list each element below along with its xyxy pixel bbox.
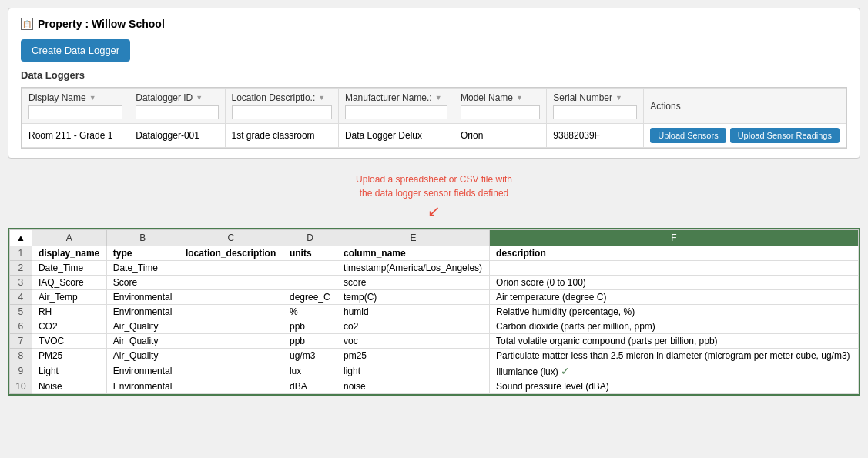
cell-4-c — [179, 290, 283, 305]
spreadsheet-row-4: 4 Air_Temp Environmental degree_C temp(C… — [10, 290, 859, 305]
cell-4-e: temp(C) — [337, 290, 490, 305]
col-label-f: F — [490, 230, 859, 246]
cell-6-a: CO2 — [32, 319, 106, 334]
cell-9-f: Illumiance (lux) ✓ — [490, 363, 859, 379]
cell-1-e: column_name — [337, 246, 490, 261]
row-num-4: 4 — [10, 290, 32, 305]
filter-datalogger-id[interactable] — [136, 105, 218, 119]
row-num-6: 6 — [10, 319, 32, 334]
row-num-3: 3 — [10, 276, 32, 290]
cell-1-d: units — [283, 246, 337, 261]
cell-10-c — [179, 379, 283, 394]
cell-2-e: timestamp(America/Los_Angeles) — [337, 261, 490, 276]
upload-sensors-button[interactable]: Upload Sensors — [650, 128, 726, 143]
cell-5-d: % — [283, 305, 337, 319]
row-num-5: 5 — [10, 305, 32, 319]
filter-model-name[interactable] — [461, 105, 540, 119]
cell-9-d: lux — [283, 363, 337, 379]
filter-manufacturer[interactable] — [345, 105, 447, 119]
cell-7-a: TVOC — [32, 334, 106, 349]
cell-7-f: Total volatile organic compound (parts p… — [490, 334, 859, 349]
sort-icon-model-name: ▼ — [516, 94, 523, 102]
col-label-b: B — [106, 230, 179, 246]
spreadsheet-row-8: 8 PM25 Air_Quality ug/m3 pm25 Particulat… — [10, 349, 859, 363]
cell-7-b: Air_Quality — [106, 334, 179, 349]
cell-8-a: PM25 — [32, 349, 106, 363]
spreadsheet-row-10: 10 Noise Environmental dBA noise Sound p… — [10, 379, 859, 394]
cell-1-f: description — [490, 246, 859, 261]
data-loggers-table: Display Name ▼ Datalogger ID ▼ — [22, 88, 846, 148]
annotation-text: Upload a spreadsheet or CSV file with th… — [8, 172, 860, 200]
cell-4-f: Air temperature (degree C) — [490, 290, 859, 305]
cell-6-c — [179, 319, 283, 334]
cell-3-b: Score — [106, 276, 179, 290]
cell-10-a: Noise — [32, 379, 106, 394]
filter-location[interactable] — [232, 105, 332, 119]
create-data-logger-button[interactable]: Create Data Logger — [21, 39, 130, 62]
cell-7-d: ppb — [283, 334, 337, 349]
cell-1-b: type — [106, 246, 179, 261]
cell-actions: Upload Sensors Upload Sensor Readings — [644, 124, 846, 148]
row-num-8: 8 — [10, 349, 32, 363]
col-label-a: A — [32, 230, 106, 246]
spreadsheet-row-6: 6 CO2 Air_Quality ppb co2 Carbon dioxide… — [10, 319, 859, 334]
cell-location: 1st grade classroom — [225, 124, 338, 148]
row-num-10: 10 — [10, 379, 32, 394]
spreadsheet-row-3: 3 IAQ_Score Score score Orion score (0 t… — [10, 276, 859, 290]
cell-7-e: voc — [337, 334, 490, 349]
col-model-name: Model Name ▼ — [454, 89, 547, 124]
data-table-wrapper: Display Name ▼ Datalogger ID ▼ — [21, 87, 847, 149]
cell-4-a: Air_Temp — [32, 290, 106, 305]
cell-1-c: location_description — [179, 246, 283, 261]
col-serial-number: Serial Number ▼ — [547, 89, 644, 124]
property-title-text: Property : Willow School — [38, 18, 165, 30]
cell-6-d: ppb — [283, 319, 337, 334]
upload-sensor-readings-button[interactable]: Upload Sensor Readings — [730, 128, 840, 143]
cell-6-f: Carbon dioxide (parts per million, ppm) — [490, 319, 859, 334]
cell-10-e: noise — [337, 379, 490, 394]
cell-9-c — [179, 363, 283, 379]
cell-10-b: Environmental — [106, 379, 179, 394]
cell-serial-number: 93882039F — [547, 124, 644, 148]
table-header-row: Display Name ▼ Datalogger ID ▼ — [22, 89, 846, 124]
cell-3-a: IAQ_Score — [32, 276, 106, 290]
col-label-d: D — [283, 230, 337, 246]
col-datalogger-id: Datalogger ID ▼ — [129, 89, 225, 124]
cell-3-e: score — [337, 276, 490, 290]
main-panel: 📋 Property : Willow School Create Data L… — [8, 8, 860, 159]
col-actions: Actions — [644, 89, 846, 124]
cell-9-b: Environmental — [106, 363, 179, 379]
annotation-area: Upload a spreadsheet or CSV file with th… — [8, 166, 860, 223]
sort-icon-location: ▼ — [318, 94, 325, 102]
cell-5-e: humid — [337, 305, 490, 319]
cell-7-c — [179, 334, 283, 349]
col-label-c: C — [179, 230, 283, 246]
col-label-e: E — [337, 230, 490, 246]
cell-3-c — [179, 276, 283, 290]
spreadsheet-row-7: 7 TVOC Air_Quality ppb voc Total volatil… — [10, 334, 859, 349]
col-display-name: Display Name ▼ — [22, 89, 129, 124]
row-num-2: 2 — [10, 261, 32, 276]
sort-icon-display-name: ▼ — [89, 94, 96, 102]
cell-5-b: Environmental — [106, 305, 179, 319]
spreadsheet-wrapper: ▲ A B C D E F 1 display_name type locati… — [8, 228, 860, 396]
spreadsheet-col-headers: ▲ A B C D E F — [10, 230, 859, 246]
cell-2-f — [490, 261, 859, 276]
spreadsheet-row-2: 2 Date_Time Date_Time timestamp(America/… — [10, 261, 859, 276]
cell-3-d — [283, 276, 337, 290]
row-num-7: 7 — [10, 334, 32, 349]
cell-2-a: Date_Time — [32, 261, 106, 276]
row-num-9: 9 — [10, 363, 32, 379]
spreadsheet-row-5: 5 RH Environmental % humid Relative humi… — [10, 305, 859, 319]
cell-10-f: Sound pressure level (dBA) — [490, 379, 859, 394]
cell-5-f: Relative humidity (percentage, %) — [490, 305, 859, 319]
table-row: Room 211 - Grade 1 Datalogger-001 1st gr… — [22, 124, 846, 148]
cell-3-f: Orion score (0 to 100) — [490, 276, 859, 290]
filter-display-name[interactable] — [28, 105, 122, 119]
arrow-down-icon: ↙ — [8, 202, 860, 220]
cell-8-e: pm25 — [337, 349, 490, 363]
cell-datalogger-id: Datalogger-001 — [129, 124, 225, 148]
filter-serial-number[interactable] — [553, 105, 637, 119]
cell-4-d: degree_C — [283, 290, 337, 305]
cell-1-a: display_name — [32, 246, 106, 261]
